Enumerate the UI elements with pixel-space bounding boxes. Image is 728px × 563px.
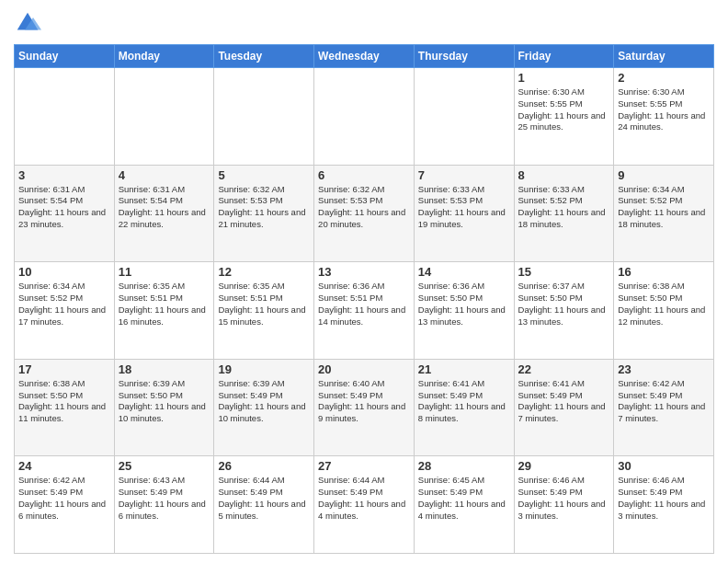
day-number: 11	[119, 265, 210, 279]
day-number: 14	[418, 265, 510, 279]
header	[14, 9, 714, 37]
day-info: Sunrise: 6:41 AM Sunset: 5:49 PM Dayligh…	[518, 378, 610, 425]
day-number: 24	[18, 459, 110, 473]
calendar-week-4: 17Sunrise: 6:38 AM Sunset: 5:50 PM Dayli…	[15, 359, 714, 456]
calendar-cell: 19Sunrise: 6:39 AM Sunset: 5:49 PM Dayli…	[214, 359, 314, 456]
day-number: 12	[218, 265, 310, 279]
calendar-week-5: 24Sunrise: 6:42 AM Sunset: 5:49 PM Dayli…	[15, 456, 714, 554]
day-number: 19	[218, 362, 310, 376]
day-number: 1	[518, 71, 610, 85]
page: SundayMondayTuesdayWednesdayThursdayFrid…	[0, 0, 728, 563]
calendar-cell: 4Sunrise: 6:31 AM Sunset: 5:54 PM Daylig…	[114, 165, 214, 262]
calendar-cell: 18Sunrise: 6:39 AM Sunset: 5:50 PM Dayli…	[114, 359, 214, 456]
day-number: 7	[418, 168, 510, 182]
calendar-cell	[114, 68, 214, 166]
calendar-cell: 1Sunrise: 6:30 AM Sunset: 5:55 PM Daylig…	[514, 68, 614, 166]
calendar-cell: 7Sunrise: 6:33 AM Sunset: 5:53 PM Daylig…	[414, 165, 514, 262]
calendar-cell: 26Sunrise: 6:44 AM Sunset: 5:49 PM Dayli…	[214, 456, 314, 554]
day-number: 21	[418, 362, 510, 376]
calendar-cell: 21Sunrise: 6:41 AM Sunset: 5:49 PM Dayli…	[414, 359, 514, 456]
day-number: 6	[318, 168, 410, 182]
calendar-header: SundayMondayTuesdayWednesdayThursdayFrid…	[15, 45, 714, 68]
day-info: Sunrise: 6:39 AM Sunset: 5:49 PM Dayligh…	[218, 378, 310, 425]
calendar-cell: 29Sunrise: 6:46 AM Sunset: 5:49 PM Dayli…	[514, 456, 614, 554]
weekday-header-friday: Friday	[514, 45, 614, 68]
calendar-week-2: 3Sunrise: 6:31 AM Sunset: 5:54 PM Daylig…	[15, 165, 714, 262]
day-number: 5	[218, 168, 310, 182]
day-info: Sunrise: 6:41 AM Sunset: 5:49 PM Dayligh…	[418, 378, 510, 425]
calendar-cell: 13Sunrise: 6:36 AM Sunset: 5:51 PM Dayli…	[314, 262, 415, 360]
day-info: Sunrise: 6:31 AM Sunset: 5:54 PM Dayligh…	[119, 184, 210, 231]
weekday-header-monday: Monday	[114, 45, 214, 68]
day-number: 3	[18, 168, 110, 182]
logo-icon	[14, 9, 41, 37]
day-info: Sunrise: 6:36 AM Sunset: 5:50 PM Dayligh…	[418, 281, 510, 327]
day-number: 10	[18, 265, 110, 279]
day-number: 22	[518, 362, 610, 376]
day-info: Sunrise: 6:46 AM Sunset: 5:49 PM Dayligh…	[518, 475, 610, 522]
weekday-header-sunday: Sunday	[15, 45, 115, 68]
calendar-cell: 23Sunrise: 6:42 AM Sunset: 5:49 PM Dayli…	[614, 359, 714, 456]
day-info: Sunrise: 6:40 AM Sunset: 5:49 PM Dayligh…	[318, 378, 410, 425]
day-number: 15	[518, 265, 610, 279]
day-info: Sunrise: 6:42 AM Sunset: 5:49 PM Dayligh…	[18, 475, 110, 522]
calendar-cell: 15Sunrise: 6:37 AM Sunset: 5:50 PM Dayli…	[514, 262, 614, 360]
day-info: Sunrise: 6:38 AM Sunset: 5:50 PM Dayligh…	[618, 281, 710, 327]
day-info: Sunrise: 6:37 AM Sunset: 5:50 PM Dayligh…	[518, 281, 610, 327]
day-info: Sunrise: 6:39 AM Sunset: 5:50 PM Dayligh…	[119, 378, 210, 425]
day-number: 27	[318, 459, 410, 473]
calendar-week-1: 1Sunrise: 6:30 AM Sunset: 5:55 PM Daylig…	[15, 68, 714, 166]
weekday-header-wednesday: Wednesday	[314, 45, 415, 68]
calendar-cell: 17Sunrise: 6:38 AM Sunset: 5:50 PM Dayli…	[15, 359, 115, 456]
calendar-cell: 6Sunrise: 6:32 AM Sunset: 5:53 PM Daylig…	[314, 165, 415, 262]
calendar-cell: 11Sunrise: 6:35 AM Sunset: 5:51 PM Dayli…	[114, 262, 214, 360]
calendar-cell: 27Sunrise: 6:44 AM Sunset: 5:49 PM Dayli…	[314, 456, 415, 554]
calendar-cell: 28Sunrise: 6:45 AM Sunset: 5:49 PM Dayli…	[414, 456, 514, 554]
day-info: Sunrise: 6:38 AM Sunset: 5:50 PM Dayligh…	[18, 378, 110, 425]
day-number: 25	[119, 459, 210, 473]
calendar-cell: 10Sunrise: 6:34 AM Sunset: 5:52 PM Dayli…	[15, 262, 115, 360]
day-number: 17	[18, 362, 110, 376]
day-number: 9	[618, 168, 710, 182]
day-number: 28	[418, 459, 510, 473]
calendar-cell: 2Sunrise: 6:30 AM Sunset: 5:55 PM Daylig…	[614, 68, 714, 166]
calendar-cell: 30Sunrise: 6:46 AM Sunset: 5:49 PM Dayli…	[614, 456, 714, 554]
day-info: Sunrise: 6:33 AM Sunset: 5:52 PM Dayligh…	[518, 184, 610, 231]
day-info: Sunrise: 6:32 AM Sunset: 5:53 PM Dayligh…	[318, 184, 410, 231]
day-number: 30	[618, 459, 710, 473]
day-number: 18	[119, 362, 210, 376]
day-number: 4	[119, 168, 210, 182]
day-info: Sunrise: 6:34 AM Sunset: 5:52 PM Dayligh…	[18, 281, 110, 327]
day-info: Sunrise: 6:43 AM Sunset: 5:49 PM Dayligh…	[119, 475, 210, 522]
day-info: Sunrise: 6:32 AM Sunset: 5:53 PM Dayligh…	[218, 184, 310, 231]
calendar-cell: 9Sunrise: 6:34 AM Sunset: 5:52 PM Daylig…	[614, 165, 714, 262]
day-number: 13	[318, 265, 410, 279]
weekday-row: SundayMondayTuesdayWednesdayThursdayFrid…	[15, 45, 714, 68]
day-number: 8	[518, 168, 610, 182]
calendar-table: SundayMondayTuesdayWednesdayThursdayFrid…	[14, 44, 714, 554]
calendar-cell: 24Sunrise: 6:42 AM Sunset: 5:49 PM Dayli…	[15, 456, 115, 554]
logo	[14, 9, 45, 37]
day-number: 2	[618, 71, 710, 85]
calendar-cell	[414, 68, 514, 166]
day-number: 26	[218, 459, 310, 473]
weekday-header-tuesday: Tuesday	[214, 45, 314, 68]
calendar-cell: 22Sunrise: 6:41 AM Sunset: 5:49 PM Dayli…	[514, 359, 614, 456]
weekday-header-thursday: Thursday	[414, 45, 514, 68]
calendar-cell: 25Sunrise: 6:43 AM Sunset: 5:49 PM Dayli…	[114, 456, 214, 554]
day-info: Sunrise: 6:34 AM Sunset: 5:52 PM Dayligh…	[618, 184, 710, 231]
calendar-cell: 5Sunrise: 6:32 AM Sunset: 5:53 PM Daylig…	[214, 165, 314, 262]
calendar-cell	[314, 68, 415, 166]
day-info: Sunrise: 6:31 AM Sunset: 5:54 PM Dayligh…	[18, 184, 110, 231]
calendar-cell: 20Sunrise: 6:40 AM Sunset: 5:49 PM Dayli…	[314, 359, 415, 456]
day-number: 20	[318, 362, 410, 376]
calendar-cell: 3Sunrise: 6:31 AM Sunset: 5:54 PM Daylig…	[15, 165, 115, 262]
calendar-cell: 16Sunrise: 6:38 AM Sunset: 5:50 PM Dayli…	[614, 262, 714, 360]
day-info: Sunrise: 6:35 AM Sunset: 5:51 PM Dayligh…	[218, 281, 310, 327]
day-number: 23	[618, 362, 710, 376]
calendar-body: 1Sunrise: 6:30 AM Sunset: 5:55 PM Daylig…	[15, 68, 714, 554]
day-info: Sunrise: 6:44 AM Sunset: 5:49 PM Dayligh…	[218, 475, 310, 522]
calendar-week-3: 10Sunrise: 6:34 AM Sunset: 5:52 PM Dayli…	[15, 262, 714, 360]
day-info: Sunrise: 6:45 AM Sunset: 5:49 PM Dayligh…	[418, 475, 510, 522]
day-info: Sunrise: 6:35 AM Sunset: 5:51 PM Dayligh…	[119, 281, 210, 327]
